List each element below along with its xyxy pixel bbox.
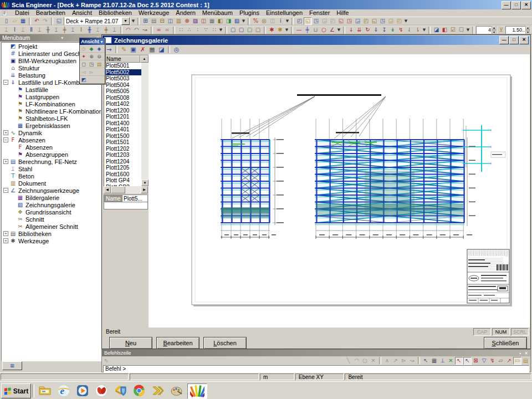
zoom-window-icon[interactable]: ◻	[80, 60, 88, 68]
zoom-detail-icon[interactable]: ◎	[260, 17, 268, 25]
member-subsoil-icon[interactable]: ⌶	[110, 26, 119, 34]
tree-item-dynamik[interactable]: +∿Dynamik	[2, 129, 101, 136]
menu-ansicht[interactable]: Ansicht	[69, 9, 95, 17]
drawing-list-item[interactable]: Plott5005	[104, 88, 141, 95]
dimension-line-icon[interactable]: ∞	[155, 26, 163, 34]
red-hands-app-icon[interactable]	[93, 383, 110, 398]
drawing-list-item[interactable]: Plott1402	[104, 101, 141, 108]
point-load-icon[interactable]: ↓	[347, 26, 355, 34]
project-document-combobox[interactable]: Deck + Rampe 21.07 ▼	[64, 17, 130, 25]
expand-icon[interactable]: +	[3, 231, 8, 236]
panel-dropdown-icon[interactable]: ▾	[61, 35, 63, 40]
scrollbar-thumb[interactable]	[111, 186, 125, 193]
gallery-close-button[interactable]: ✕	[519, 36, 529, 44]
project-manager-icon[interactable]: ⊞	[141, 17, 150, 25]
drawing-list-item[interactable]: Plott5001	[104, 63, 141, 69]
send-to-gallery-icon[interactable]: →	[104, 45, 114, 54]
gallery-titlebar[interactable]: Zeichnungsgalerie — □ ✕	[103, 35, 530, 45]
table-columns-icon[interactable]: ◫	[268, 17, 277, 25]
tree-item-werkzeuge[interactable]: +✱Werkzeuge	[2, 237, 101, 244]
percentage-icon[interactable]: %	[252, 17, 260, 25]
view-settings-icon[interactable]: ◩	[80, 76, 88, 83]
media-player-icon[interactable]	[74, 383, 91, 398]
vertex-move-icon[interactable]: ↗	[391, 357, 400, 365]
member-opening-icon[interactable]: ⌶	[52, 26, 60, 34]
new-document-icon[interactable]: ▯	[2, 17, 11, 25]
property-name-value[interactable]: Plott5...	[122, 195, 148, 202]
view-y-icon[interactable]: ◆	[88, 45, 95, 52]
drawing-list-item[interactable]: Plott1202	[104, 146, 141, 152]
tree-item-absenzen[interactable]: −FAbsenzen	[2, 136, 101, 144]
palette-dropdown-icon[interactable]: ▼	[100, 40, 104, 44]
edit-drawing-icon[interactable]: ✎	[119, 45, 129, 54]
drawing-list-item[interactable]: Plott1200	[104, 108, 141, 114]
close-button[interactable]: ✕	[521, 1, 531, 9]
snap-settings-icon[interactable]: ▤	[521, 357, 530, 365]
snap-grid-icon[interactable]: ▦	[430, 357, 438, 365]
report-page-icon[interactable]: ▧	[233, 17, 241, 25]
curved-beam-icon[interactable]: ◠	[124, 26, 132, 34]
tree-item-nichtlineare-lf-kombinationen[interactable]: ⚑Nichtlineare LF-Kombinationen	[2, 108, 101, 115]
menu-bearbeiten[interactable]: Bearbeiten	[33, 9, 69, 17]
info-dropdown-icon[interactable]: ▼	[285, 17, 290, 25]
list-vertical-scrollbar[interactable]: ▼	[141, 63, 149, 186]
internet-explorer-icon[interactable]: e	[55, 383, 72, 398]
check-nodes-icon[interactable]: ☑	[449, 26, 457, 34]
frame-template-icon[interactable]: ▢	[229, 26, 237, 34]
ansicht-palette-titlebar[interactable]: Ansicht ▼	[80, 38, 105, 45]
expand-icon[interactable]: +	[3, 238, 8, 243]
frame-template2-icon[interactable]: ▢	[237, 26, 245, 34]
collapse-icon[interactable]: −	[3, 80, 8, 85]
drawing-list-item[interactable]: Plott5003	[104, 75, 141, 82]
drawing-list-item[interactable]: Plott1600	[104, 171, 141, 178]
zoom-in-icon[interactable]: ⊕	[88, 53, 95, 60]
node-delete-icon[interactable]: ∷	[210, 26, 218, 34]
start-button[interactable]: Start	[1, 383, 31, 398]
tree-item-schnitt[interactable]: ✂Schnitt	[2, 216, 101, 223]
axo-view-icon[interactable]: ✦	[80, 53, 88, 60]
close-service-icon[interactable]: ⊗	[183, 17, 191, 25]
view-mode-grid-icon[interactable]: ◲	[354, 17, 362, 25]
next-view-icon[interactable]: ▻	[88, 68, 95, 75]
nodes-dropdown-icon[interactable]: ▼	[218, 26, 223, 34]
copy-drawing-icon[interactable]: ▣	[129, 45, 138, 54]
gallery-minimize-button[interactable]: —	[499, 36, 509, 44]
draw-dropdown-icon[interactable]: ▼	[336, 26, 341, 34]
snap-intersection-icon[interactable]: ⊠	[472, 357, 480, 365]
cursor-snap-icon[interactable]: ↖	[422, 357, 430, 365]
scia-engineer-icon[interactable]	[187, 383, 207, 399]
open-folder-icon[interactable]: ▱	[11, 17, 19, 25]
menu-plugins[interactable]: Plugins	[236, 9, 263, 17]
print-drawing-icon[interactable]: ▦	[147, 45, 157, 54]
drawing-list-item[interactable]: Plott5008	[104, 95, 141, 101]
surface-load-icon[interactable]: ⇓	[372, 26, 380, 34]
menu-menbaum[interactable]: Menübaum	[199, 9, 236, 17]
line-load-icon[interactable]: ⇊	[355, 26, 364, 34]
preview-drawing-icon[interactable]: ◎	[172, 45, 181, 54]
view-z-icon[interactable]: ◈	[95, 45, 103, 52]
drawing-canvas[interactable]	[149, 54, 530, 328]
load-panel2-icon[interactable]: ✱	[276, 26, 284, 34]
tree-item-absenzgruppen[interactable]: ⚑Absenzgruppen	[2, 151, 101, 158]
combobox-dropdown-icon[interactable]: ▼	[121, 17, 130, 25]
member-pad-icon[interactable]: ╪	[102, 26, 110, 34]
save-drawing-icon[interactable]: ◪	[157, 45, 166, 54]
member-beam-icon[interactable]: Ⅰ	[11, 26, 19, 34]
view-dropdown-icon[interactable]: ▼	[403, 17, 408, 25]
view-mode-wire-icon[interactable]: ◰	[295, 17, 304, 25]
drawing-list-item[interactable]: Plott1201	[104, 114, 141, 120]
picture-gallery-icon[interactable]: ▨	[191, 17, 200, 25]
circle-icon[interactable]: ○	[320, 26, 328, 34]
tree-item-lastf-lle[interactable]: ⚑Lastfälle	[2, 86, 101, 93]
node-edit-icon[interactable]: ∵	[202, 26, 210, 34]
parallel-lines-icon[interactable]: ╪	[303, 26, 311, 34]
load-case-icon[interactable]: ⇃	[405, 26, 413, 34]
drawing-list-item[interactable]: Plott GP4	[104, 177, 141, 184]
view-mode-hidden-icon[interactable]: ◳	[312, 17, 320, 25]
tree-item-zeichnungsgalerie[interactable]: ▧Zeichnungsgalerie	[2, 201, 101, 208]
screenshot-icon[interactable]: ◨	[224, 17, 233, 25]
expand-icon[interactable]: +	[3, 159, 8, 164]
tree-item-lf-kombinationen[interactable]: ⚑LF-Kombinationen	[2, 100, 101, 108]
schliessen-button[interactable]: Schließen	[484, 337, 527, 349]
menu-datei[interactable]: Datei	[12, 9, 33, 17]
